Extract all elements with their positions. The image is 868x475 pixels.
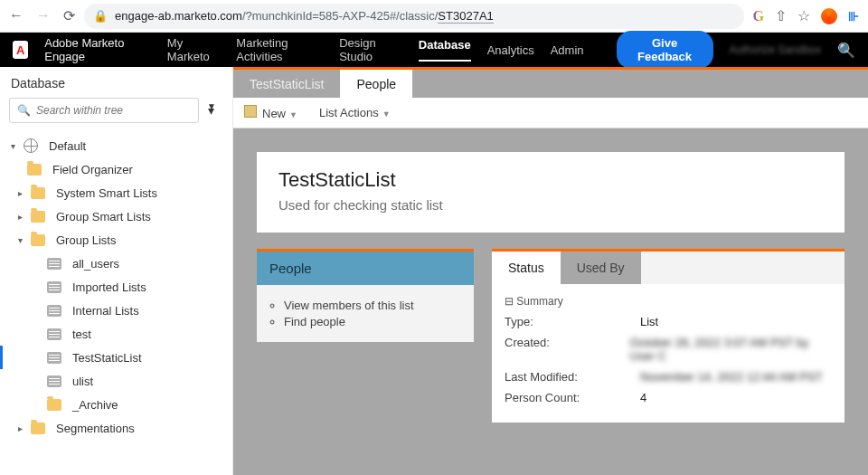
share-icon[interactable]: ⇧ [775, 7, 787, 24]
tree-node-label: System Smart Lists [56, 186, 157, 200]
status-value: 4 [640, 391, 646, 404]
sidebar-title: Database [0, 67, 232, 98]
people-panel-head: People [257, 249, 474, 285]
tree-node-label: Group Lists [56, 233, 116, 247]
tree-node[interactable]: _Archive [0, 393, 232, 416]
tree-node[interactable]: ▸Group Smart Lists [0, 204, 232, 228]
folder-icon [47, 399, 61, 411]
folder-icon [31, 234, 45, 246]
tree-root[interactable]: ▾Default [0, 134, 232, 157]
status-key: Last Modified: [505, 370, 640, 384]
nav-database[interactable]: Database [419, 38, 471, 62]
folder-icon [31, 423, 45, 434]
chevron-right-icon: ▸ [14, 188, 25, 198]
nav-analytics[interactable]: Analytics [487, 43, 534, 57]
status-key: Person Count: [505, 391, 640, 404]
chevron-right-icon: ▸ [14, 423, 25, 433]
url-segment: ST3027A1 [438, 9, 493, 24]
tree-node[interactable]: Internal Lists [0, 299, 232, 322]
chevron-down-icon: ▾ [7, 141, 18, 151]
new-button[interactable]: New▼ [244, 105, 297, 120]
url-host: engage-ab.marketo.com [115, 9, 242, 23]
tree-node[interactable]: ▾Group Lists [0, 228, 232, 252]
tree-node-label: ulist [72, 375, 93, 388]
list-icon [47, 328, 61, 340]
filter-icon[interactable]: ▾▼ [208, 103, 223, 118]
tree-node-label: TestStaticList [72, 351, 142, 365]
tree-node-label: Imported Lists [72, 280, 146, 294]
chevron-down-icon: ▼ [382, 109, 391, 119]
globe-icon [24, 138, 38, 153]
status-row: Person Count:4 [505, 391, 832, 404]
breadcrumb-list[interactable]: TestStaticList [233, 70, 340, 98]
give-feedback-button[interactable]: Give Feedback [617, 31, 713, 69]
back-icon[interactable]: ← [9, 7, 24, 24]
new-icon [244, 105, 257, 118]
extension-icon-2[interactable]: ⊪ [848, 9, 859, 24]
status-row: Type:List [505, 315, 832, 328]
lock-icon: 🔒 [93, 9, 108, 23]
chevron-down-icon: ▾ [14, 235, 25, 245]
list-icon [47, 375, 61, 387]
nav-design-studio[interactable]: Design Studio [339, 36, 402, 63]
list-icon [47, 258, 61, 270]
extension-icon-1[interactable] [821, 8, 837, 24]
forward-icon[interactable]: → [36, 7, 51, 24]
product-name: Adobe Marketo Engage [44, 36, 151, 63]
tree-node-label: Segmentations [56, 422, 135, 435]
page-desc: Used for checking static list [278, 197, 823, 213]
nav-marketing-activities[interactable]: Marketing Activities [236, 36, 323, 63]
status-row: Created:October 28, 2022 3:07 AM PST by … [505, 336, 832, 363]
user-label: Authorize Sandbox [730, 43, 821, 56]
people-link-view-members[interactable]: View members of this list [284, 299, 459, 312]
list-actions-button[interactable]: List Actions▼ [319, 106, 391, 119]
tree-node[interactable]: ▸System Smart Lists [0, 181, 232, 204]
summary-head[interactable]: Summary [505, 295, 832, 308]
folder-icon [31, 187, 45, 199]
global-search-icon[interactable]: 🔍 [837, 42, 855, 59]
nav-my-marketo[interactable]: My Marketo [167, 36, 220, 63]
tree-node-label: all_users [72, 257, 119, 271]
search-icon: 🔍 [17, 104, 31, 117]
adobe-logo: A [13, 41, 28, 59]
status-key: Created: [505, 336, 630, 363]
tree-node[interactable]: all_users [0, 252, 232, 275]
page-title: TestStaticList [278, 168, 823, 192]
tree-search-input[interactable]: 🔍 [9, 98, 199, 123]
tree-node[interactable]: ulist [0, 369, 232, 393]
chevron-right-icon: ▸ [14, 212, 25, 222]
list-icon [47, 305, 61, 317]
tree-node-label: Field Organizer [52, 163, 133, 176]
chevron-down-icon: ▼ [289, 110, 297, 119]
address-bar[interactable]: 🔒 engage-ab.marketo.com/?munchkinId=585-… [84, 4, 744, 29]
tab-status[interactable]: Status [492, 252, 561, 284]
folder-icon [27, 164, 42, 176]
google-icon[interactable]: G [753, 8, 764, 24]
tree-node-label: test [72, 328, 91, 341]
status-row: Last Modified:November 14, 2022 12:44 AM… [505, 370, 832, 384]
bookmark-icon[interactable]: ☆ [797, 7, 810, 24]
tree-node[interactable]: Field Organizer [0, 157, 232, 181]
url-path: /?munchkinId=585-AXP-425#/classic/ [242, 9, 438, 23]
list-icon [47, 281, 61, 293]
tab-used-by[interactable]: Used By [561, 252, 641, 284]
list-icon [47, 352, 61, 364]
tree-search-field[interactable] [36, 104, 191, 117]
breadcrumb-people[interactable]: People [340, 70, 412, 98]
folder-icon [31, 211, 45, 223]
tree-node-label: _Archive [72, 398, 118, 412]
status-key: Type: [505, 315, 640, 328]
status-value: List [640, 315, 658, 328]
tree-node[interactable]: TestStaticList [0, 346, 232, 369]
tree-node[interactable]: test [0, 322, 232, 346]
tree-node-label: Internal Lists [72, 304, 139, 318]
status-value: November 14, 2022 12:44 AM PST [640, 370, 823, 384]
status-value: October 28, 2022 3:07 AM PST by User C [630, 336, 832, 363]
tree-node-label: Group Smart Lists [56, 210, 151, 223]
nav-admin[interactable]: Admin [551, 43, 584, 57]
reload-icon[interactable]: ⟳ [63, 7, 75, 24]
tree-node[interactable]: Imported Lists [0, 275, 232, 299]
people-link-find-people[interactable]: Find people [284, 315, 459, 328]
tree-node[interactable]: ▸Segmentations [0, 416, 232, 440]
